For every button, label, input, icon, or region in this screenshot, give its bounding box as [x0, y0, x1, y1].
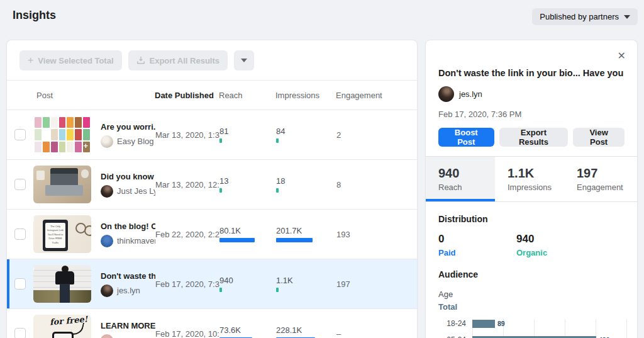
age-bar — [472, 336, 596, 338]
post-title: LEARN MORE ... — [101, 321, 155, 330]
collage-tile — [83, 129, 90, 140]
tab-impressions-label: Impressions — [508, 183, 564, 192]
row-checkbox[interactable] — [14, 129, 26, 140]
paid-value: 0 — [438, 233, 516, 245]
collage-tile — [59, 129, 66, 140]
table-row[interactable]: Did you know ... Just Jes Lyn Mar 13, 20… — [7, 160, 417, 210]
tablet-screen: The Only Instagram Link You'll Need to D… — [45, 223, 65, 248]
column-header-engagement[interactable]: Engagement — [336, 91, 382, 100]
author-avatar — [101, 185, 113, 198]
cup — [81, 169, 89, 178]
date-published: Mar 13, 2020, 12:4 — [155, 180, 219, 189]
column-header-reach[interactable]: Reach — [219, 91, 275, 100]
row-checkbox[interactable] — [14, 278, 26, 290]
tab-engagement-label: Engagement — [577, 183, 633, 192]
impressions-bar — [276, 138, 279, 143]
post-title: Did you know ... — [101, 172, 155, 181]
tab-reach[interactable]: 940 Reach — [426, 157, 495, 201]
collage-tile — [43, 117, 50, 128]
tab-engagement[interactable]: 197 Engagement — [564, 157, 633, 201]
table-row[interactable]: + Are you worri... Easy Blog S... Mar 13… — [7, 110, 417, 160]
published-by-partners-dropdown[interactable]: Published by partners — [532, 8, 638, 25]
detail-author-avatar — [438, 86, 454, 102]
author-avatar — [101, 235, 113, 247]
row-checkbox[interactable] — [14, 328, 26, 338]
page-title: Insights — [13, 9, 56, 22]
post-thumbnail[interactable]: The Only Instagram Link You'll Need to D… — [33, 215, 91, 253]
row-checkbox[interactable] — [14, 179, 26, 190]
plus-icon: + — [28, 55, 33, 65]
view-selected-total-button[interactable]: + View Selected Total — [19, 50, 122, 70]
export-all-results-button[interactable]: Export All Results — [128, 50, 228, 70]
impressions-bar — [276, 188, 279, 193]
collage-tile — [51, 142, 58, 152]
tab-impressions-value: 1.1K — [508, 166, 564, 181]
detail-post-date: Feb 17, 2020, 7:36 PM — [438, 110, 625, 119]
close-icon[interactable]: ✕ — [618, 51, 626, 61]
export-results-button[interactable]: Export Results — [499, 128, 569, 147]
boost-post-button[interactable]: Boost Post — [438, 128, 494, 147]
tablet-frame: The Only Instagram Link You'll Need to D… — [43, 220, 68, 251]
engagement-value: 197 — [336, 279, 350, 289]
table-row[interactable]: The Only Instagram Link You'll Need to D… — [7, 210, 417, 259]
collage-tile — [51, 129, 58, 140]
post-thumbnail[interactable]: + — [33, 116, 91, 154]
engagement-value: – — [336, 329, 341, 338]
collage-tile — [75, 129, 82, 140]
age-chart-row: 25-34 489 — [438, 335, 625, 338]
laptop-base — [45, 185, 83, 196]
phone-graphic — [52, 332, 74, 338]
tab-reach-value: 940 — [438, 166, 495, 181]
post-thumbnail[interactable] — [33, 166, 91, 203]
collage-tile — [43, 142, 50, 152]
column-header-date-published[interactable]: Date Published — [155, 91, 219, 100]
impressions-bar — [276, 288, 279, 292]
metric-tabs: 940 Reach 1.1K Impressions 197 Engagemen… — [426, 156, 637, 202]
export-all-results-label: Export All Results — [150, 56, 219, 65]
column-header-post[interactable]: Post — [36, 91, 155, 100]
pin-icon: + — [83, 141, 88, 150]
export-options-dropdown-button[interactable] — [234, 50, 254, 70]
engagement-value: 193 — [336, 230, 350, 239]
cup — [36, 171, 45, 180]
chevron-down-icon — [624, 15, 630, 19]
table-row[interactable]: for free! LEARN MORE ... Feb 17, 2020, 1… — [7, 309, 417, 338]
posts-panel: + View Selected Total Export All Results… — [6, 40, 418, 338]
date-published: Mar 13, 2020, 1:36 — [155, 130, 219, 140]
post-detail-panel: ✕ Don't waste the link in your bio... Ha… — [425, 40, 638, 338]
reach-bar — [219, 188, 222, 193]
author-name: jes.lyn — [117, 286, 140, 295]
impressions-bar — [276, 238, 313, 242]
collage-tile — [59, 142, 66, 152]
tab-reach-label: Reach — [438, 183, 495, 192]
post-title: On the blog! O... — [101, 222, 155, 231]
date-published: Feb 22, 2020, 2:29 — [155, 230, 219, 239]
total-series-link[interactable]: Total — [438, 302, 625, 312]
detail-author-name: jes.lyn — [459, 89, 482, 99]
collage-tile — [67, 129, 74, 140]
tab-impressions[interactable]: 1.1K Impressions — [495, 157, 564, 201]
reach-value: 73.6K — [219, 325, 276, 335]
post-thumbnail[interactable]: for free! — [33, 315, 91, 338]
collage-tile — [59, 117, 66, 128]
collage-tile — [51, 117, 58, 128]
detail-post-title: Don't waste the link in your bio... Have… — [438, 68, 625, 78]
reach-value: 80.1K — [219, 226, 276, 235]
age-chart-row: 18-24 89 — [438, 319, 625, 328]
person-torso — [55, 271, 74, 284]
author-avatar — [101, 284, 113, 297]
age-chart-rows: 18-24 89 25-34 489 — [438, 319, 625, 338]
post-title: Don't waste th... — [101, 271, 155, 281]
age-bar-value: 89 — [497, 320, 505, 327]
column-header-impressions[interactable]: Impressions — [275, 91, 336, 100]
date-published: Feb 17, 2020, 7:36 — [155, 279, 219, 289]
row-checkbox[interactable] — [14, 228, 26, 240]
view-post-button[interactable]: View Post — [573, 128, 625, 147]
chevron-down-icon — [241, 59, 247, 62]
laptop-keyboard — [50, 174, 78, 185]
table-row[interactable]: Don't waste th... jes.lyn Feb 17, 2020, … — [7, 259, 417, 309]
collage-tile — [35, 129, 42, 140]
age-bucket-label: 25-34 — [438, 335, 466, 338]
glasses — [75, 223, 86, 234]
post-thumbnail[interactable] — [33, 265, 91, 303]
